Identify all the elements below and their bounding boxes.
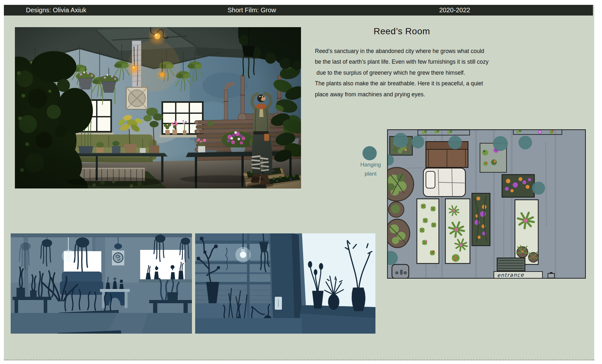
years-label: 2020-2022 (439, 5, 470, 16)
film-title: Short Film: Grow (228, 5, 276, 16)
hanging-plant-label: Hanging plant (354, 160, 387, 178)
portfolio-page: Designs: Olivia Axiuk Short Film: Grow 2… (4, 5, 594, 360)
description-line: due to the surplus of greenery which he … (315, 68, 496, 78)
description-line: place away from machines and prying eyes… (315, 89, 496, 100)
page-title: Reed’s Room (315, 26, 489, 37)
hanging-plant-label-line1: Hanging (354, 160, 387, 169)
designer-credit: Designs: Olivia Axiuk (26, 5, 86, 16)
room-description: Reed’s sanctuary in the abandoned city w… (315, 46, 496, 100)
description-line: be the last of earth’s plant life. Even … (315, 57, 496, 67)
value-study-closeup (195, 233, 375, 334)
hanging-plant-marker (362, 146, 377, 160)
hanging-plant-label-line2: plant (354, 169, 387, 178)
value-study-wide (11, 233, 192, 334)
description-line: The plants also make the air breathable.… (315, 78, 496, 89)
header-bar: Designs: Olivia Axiuk Short Film: Grow 2… (4, 5, 593, 16)
entrance-label: entrance (497, 272, 524, 278)
main-concept-art (15, 27, 301, 188)
floor-plan: entrance (387, 129, 586, 279)
description-line: Reed’s sanctuary in the abandoned city w… (315, 46, 496, 57)
